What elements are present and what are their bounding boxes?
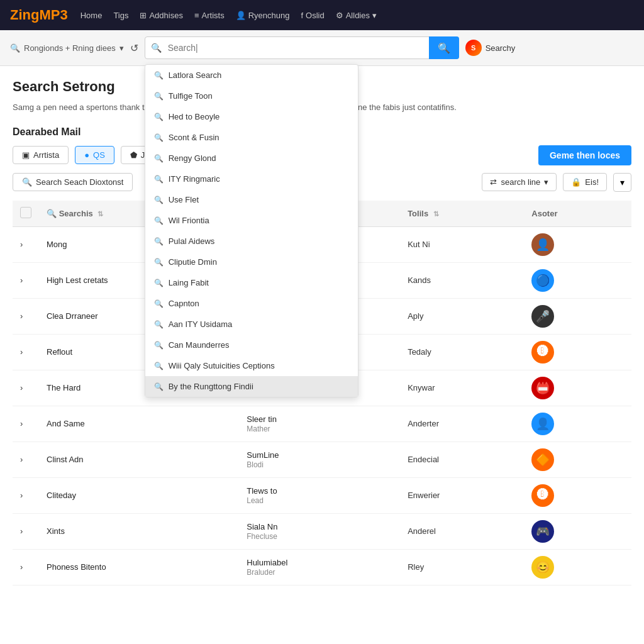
dropdown-label: Cliputie Dmin bbox=[169, 257, 217, 267]
search-icon: 🔍 bbox=[154, 320, 164, 329]
search-line-dropdown[interactable]: ⇄ search line ▾ bbox=[482, 173, 557, 191]
row-tolils: Rley bbox=[400, 549, 524, 585]
search-icon-inside: 🔍 bbox=[151, 43, 162, 53]
dropdown-label: Can Maunderres bbox=[169, 340, 230, 350]
select-all-checkbox[interactable] bbox=[20, 207, 31, 218]
row-tolils: Anderel bbox=[400, 513, 524, 549]
row-name: Clinst Adn bbox=[39, 441, 239, 477]
row-expand[interactable]: › bbox=[13, 334, 39, 370]
row-expand[interactable]: › bbox=[13, 262, 39, 298]
row-cinesic: Siala Nn Fhecluse bbox=[239, 513, 400, 549]
dropdown-item[interactable]: 🔍 Laing Fabit bbox=[145, 272, 358, 293]
search-input[interactable] bbox=[145, 36, 459, 59]
avatar: 🔶 bbox=[531, 448, 554, 471]
search-icon: 🔍 bbox=[154, 299, 164, 308]
dropdown-label: ITY Ringmaric bbox=[169, 174, 220, 184]
row-expand[interactable]: › bbox=[13, 441, 39, 477]
dropdown-label: Scont & Fusin bbox=[169, 133, 219, 142]
dropdown-item[interactable]: 🔍 Aan ITY Usidama bbox=[145, 314, 358, 335]
row-expand[interactable]: › bbox=[13, 549, 39, 585]
search-submit-button[interactable]: 🔍 bbox=[429, 36, 459, 59]
row-tolils: Kands bbox=[400, 262, 524, 298]
navbar-tigs[interactable]: Tigs bbox=[113, 11, 128, 20]
user-label: Searchy bbox=[486, 43, 516, 53]
sort-icon[interactable]: ⇅ bbox=[97, 210, 103, 218]
chevron-down-icon: ▾ bbox=[544, 177, 548, 187]
eis-button[interactable]: 🔒 Eis! bbox=[563, 173, 607, 191]
sort-icon-tolils[interactable]: ⇅ bbox=[433, 210, 439, 218]
search-bar-row: 🔍 Rongionds + Rning diees ▾ ↺ 🔍 🔍 🔍 Latl… bbox=[0, 30, 644, 66]
search-icon: 🔍 bbox=[154, 341, 164, 350]
navbar-addhises[interactable]: ⊞ Addhises bbox=[140, 11, 182, 20]
row-tolils: Endecial bbox=[400, 441, 524, 477]
search-section-button[interactable]: 🔍 Search Seach Dioxtonst bbox=[13, 173, 133, 191]
dropdown-item[interactable]: 🔍 Tulfige Toon bbox=[145, 86, 358, 106]
th-searchis-icon: 🔍 bbox=[47, 209, 57, 218]
row-avatar: 🎮 bbox=[524, 513, 631, 549]
navbar-ryenchung[interactable]: 👤 Ryenchung bbox=[236, 11, 290, 20]
filter-arrtista-label: Arrtista bbox=[33, 150, 59, 160]
th-tolils: Tolils ⇅ bbox=[400, 201, 524, 227]
dropdown-item-highlighted[interactable]: 🔍 By the Rungttong Findii bbox=[145, 376, 358, 397]
search-line-label: search line bbox=[501, 177, 540, 187]
dropdown-item[interactable]: 🔍 Rengy Glond bbox=[145, 148, 358, 169]
row-expand[interactable]: › bbox=[13, 298, 39, 334]
more-options-button[interactable]: ▾ bbox=[613, 173, 631, 192]
table-row: › Cliteday Tlews to Lead Enwerier 🅑 bbox=[13, 477, 631, 513]
row-tolils: Knywar bbox=[400, 370, 524, 406]
row-expand[interactable]: › bbox=[13, 370, 39, 406]
search-bar-left[interactable]: 🔍 Rongionds + Rning diees ▾ bbox=[10, 43, 124, 53]
dropdown-label: By the Rungttong Findii bbox=[169, 382, 253, 391]
dropdown-item[interactable]: 🔍 Use Flet bbox=[145, 189, 358, 210]
search-user-button[interactable]: S Searchy bbox=[465, 40, 516, 56]
row-cinesic: Hulumiabel Braluder bbox=[239, 549, 400, 585]
dropdown-item[interactable]: 🔍 Cliputie Dmin bbox=[145, 252, 358, 272]
dropdown-item[interactable]: 🔍 Pulal Aidews bbox=[145, 231, 358, 252]
th-asoter: Asoter bbox=[524, 201, 631, 227]
refresh-button[interactable]: ↺ bbox=[130, 42, 138, 54]
gear-icon: ⚙ bbox=[336, 11, 343, 20]
search-icon-left: 🔍 bbox=[10, 43, 20, 53]
arrtista-icon: ▣ bbox=[22, 150, 30, 160]
dropdown-item[interactable]: 🔍 ITY Ringmaric bbox=[145, 169, 358, 189]
dropdown-item[interactable]: 🔍 Scont & Fusin bbox=[145, 127, 358, 148]
navbar-home[interactable]: Home bbox=[80, 11, 103, 20]
dropdown-label: Pulal Aidews bbox=[169, 236, 215, 246]
brand-name-colored: MP3 bbox=[39, 7, 67, 23]
search-dropdown: 🔍 Latlora Search 🔍 Tulfige Toon 🔍 Hed to… bbox=[145, 64, 358, 397]
dropdown-item[interactable]: 🔍 Capnton bbox=[145, 293, 358, 314]
row-tolils: Enwerier bbox=[400, 477, 524, 513]
dropdown-item[interactable]: 🔍 Can Maunderres bbox=[145, 335, 358, 355]
filter-arrtista[interactable]: ▣ Arrtista bbox=[13, 146, 69, 164]
row-expand[interactable]: › bbox=[13, 406, 39, 441]
navbar-oslid[interactable]: f Oslid bbox=[301, 11, 324, 20]
navbar-alldies[interactable]: ⚙ Alldies ▾ bbox=[336, 11, 377, 20]
dropdown-item[interactable]: 🔍 Wil Friontia bbox=[145, 210, 358, 231]
row-cinesic: SumLine Blodi bbox=[239, 441, 400, 477]
dropdown-item[interactable]: 🔍 Latlora Search bbox=[145, 65, 358, 86]
row-expand[interactable]: › bbox=[13, 226, 39, 262]
action-primary-button[interactable]: Geme then loces bbox=[538, 145, 631, 165]
search-icon: 🔍 bbox=[154, 175, 164, 184]
row-tolils: Tedaly bbox=[400, 334, 524, 370]
avatar: 👤 bbox=[531, 233, 554, 256]
row-name: And Same bbox=[39, 406, 239, 441]
brand-logo[interactable]: ZingMP3 bbox=[10, 7, 68, 23]
row-name: Cliteday bbox=[39, 477, 239, 513]
search-icon: 🔍 bbox=[154, 216, 164, 225]
row-expand[interactable]: › bbox=[13, 477, 39, 513]
filter-qs[interactable]: ● QS bbox=[75, 146, 114, 164]
row-cinesic: Sleer tin Mather bbox=[239, 406, 400, 441]
row-avatar: 🔵 bbox=[524, 262, 631, 298]
list-icon: ≡ bbox=[194, 11, 199, 20]
search-bar-left-label: Rongionds + Rning diees bbox=[24, 43, 116, 53]
row-avatar: 🎤 bbox=[524, 298, 631, 334]
dropdown-item[interactable]: 🔍 Hed to Beoyle bbox=[145, 106, 358, 127]
dropdown-label: Wiii Qaly Sutuicities Ceptions bbox=[169, 361, 275, 370]
navbar-artists[interactable]: ≡ Artists bbox=[194, 11, 225, 20]
dropdown-item[interactable]: 🔍 Wiii Qaly Sutuicities Ceptions bbox=[145, 355, 358, 376]
row-expand[interactable]: › bbox=[13, 513, 39, 549]
row-name: Xints bbox=[39, 513, 239, 549]
row-avatar: 😊 bbox=[524, 549, 631, 585]
search-icon: 🔍 bbox=[154, 154, 164, 163]
